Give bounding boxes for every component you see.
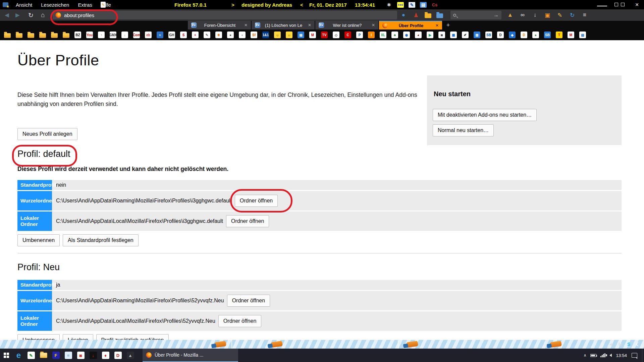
folder-blue-icon[interactable] <box>436 13 443 18</box>
camera-icon[interactable]: ◙ <box>438 32 445 38</box>
sb-blue-icon[interactable]: SB <box>544 32 551 38</box>
bookmark-folder-icon[interactable] <box>28 33 34 38</box>
tv-red-icon[interactable]: TV <box>321 32 328 38</box>
notes-icon[interactable]: ✎ <box>556 11 564 19</box>
person-red-icon[interactable]: ♟ <box>412 11 420 19</box>
skype-icon[interactable]: S <box>627 342 630 347</box>
pencil-icon[interactable]: ✐ <box>462 32 469 38</box>
gmx-icon[interactable]: GMX <box>110 32 116 38</box>
umbenennen-button[interactable]: Umbenennen <box>17 234 60 246</box>
tab-foren-übersicht[interactable]: FxForen-Übersicht✕ <box>188 21 251 29</box>
taskbar-clock[interactable]: 13:54 <box>616 353 627 358</box>
volume-icon[interactable] <box>609 354 612 357</box>
down-arrow-icon[interactable]: ↓ <box>121 32 128 38</box>
menu-hilfe[interactable]: Hilfe <box>97 2 115 8</box>
edge-taskbar-button[interactable]: e <box>12 349 25 362</box>
notepad-icon[interactable]: ✎ <box>101 0 106 9</box>
list-blue-icon[interactable]: ▤ <box>579 32 586 38</box>
reload-icon[interactable]: ↻ <box>28 9 34 21</box>
list-blue-icon[interactable]: ▤ <box>420 2 427 8</box>
create-profile-button[interactable]: Neues Profil anlegen <box>17 128 77 140</box>
clock-icon[interactable]: ◔ <box>98 32 105 38</box>
action-center-icon[interactable] <box>632 353 637 358</box>
start-button[interactable] <box>0 349 12 362</box>
flashfxp-taskbar-button[interactable]: F <box>50 349 62 362</box>
menu-lesezeichen[interactable]: Lesezeichen <box>37 2 73 8</box>
tab-über-profile[interactable]: Über Profile✕ <box>379 21 442 29</box>
d-red-taskbar-button[interactable]: D <box>112 349 124 362</box>
d-white-icon[interactable]: D <box>497 32 504 38</box>
bookmark-folder-icon[interactable] <box>4 33 11 38</box>
tab-close-icon[interactable]: ✕ <box>371 22 376 28</box>
close-button[interactable]: ✕ <box>632 2 642 7</box>
smiley-icon[interactable]: ☺ <box>286 32 292 38</box>
bookmark-folder-icon[interactable] <box>51 33 58 38</box>
panel-blue-icon[interactable]: ▥ <box>474 32 480 38</box>
network-icon[interactable] <box>600 353 605 357</box>
sparkasse-icon[interactable]: S <box>180 32 187 38</box>
d-orange-icon[interactable]: D <box>521 32 527 38</box>
trees2-icon[interactable]: ♠ <box>532 32 539 38</box>
ball-red-icon[interactable]: ◕ <box>415 32 422 38</box>
download-icon[interactable]: ↓ <box>531 11 539 19</box>
folder-yellow-icon[interactable] <box>425 13 431 18</box>
colorzilla-icon[interactable]: Cs <box>431 2 438 8</box>
bookmark-folder-icon[interactable] <box>39 33 46 38</box>
explorer-taskbar-button[interactable] <box>37 349 50 362</box>
infinity-glasses-icon[interactable]: ∞ <box>519 11 526 19</box>
tab-wer-ist-online[interactable]: FxWer ist online?✕ <box>315 21 378 29</box>
one-and-one-icon[interactable]: 1&1 <box>262 32 269 38</box>
com-icon[interactable]: Com <box>133 32 140 38</box>
open-folder-button[interactable]: Ordner öffnen <box>218 315 261 327</box>
ebay-icon[interactable]: eb <box>145 32 152 38</box>
tray-expand-icon[interactable]: ∧ <box>584 353 587 358</box>
open-folder-button[interactable]: Ordner öffnen <box>226 215 269 227</box>
url-bar[interactable]: about:profiles <box>53 11 397 19</box>
u-badge-icon[interactable]: U <box>619 342 622 347</box>
tab-1-löschen-von-le[interactable]: Fx(1) Löschen von Le✕ <box>252 21 315 29</box>
sb-icon[interactable]: SB <box>485 32 492 38</box>
hat-icon[interactable]: ▲ <box>506 11 514 19</box>
profil-zusätzlich-ausführen-button[interactable]: Profil zusätzlich ausführen <box>96 334 169 340</box>
menu-extras[interactable]: Extras <box>73 2 97 8</box>
open-folder-button[interactable]: Ordner öffnen <box>235 195 278 207</box>
löschen-button[interactable]: Löschen <box>63 334 93 340</box>
youtube-icon[interactable]: You <box>86 32 93 38</box>
clip-icon[interactable]: ✎ <box>204 32 210 38</box>
url-text[interactable]: about:profiles <box>64 12 94 18</box>
notes-icon[interactable]: ✎ <box>409 2 415 8</box>
hamburger-menu-icon[interactable]: ≡ <box>581 11 588 19</box>
tab-close-icon[interactable]: ✕ <box>307 22 312 28</box>
search-go-icon[interactable]: → <box>493 12 499 18</box>
back-icon[interactable]: ◄ <box>3 9 10 21</box>
screen-blue-icon[interactable]: ▤ <box>298 32 304 38</box>
battery-icon[interactable] <box>590 354 596 357</box>
camera-red-taskbar-button[interactable]: ◙ <box>74 349 87 362</box>
tab-close-icon[interactable]: ✕ <box>434 22 440 28</box>
notes-green-taskbar-button[interactable]: ✎ <box>25 349 37 362</box>
restore-button[interactable] <box>614 2 625 7</box>
smiley-icon[interactable]: ☺ <box>274 32 281 38</box>
open-folder-button[interactable]: Ordner öffnen <box>227 295 270 307</box>
shield-blue-icon[interactable]: ◆ <box>509 32 516 38</box>
show-desktop-button[interactable] <box>642 349 644 362</box>
gear-icon[interactable]: ✱ <box>386 2 392 8</box>
home-icon[interactable]: ⌂ <box>41 9 45 21</box>
diamond-icon[interactable]: ◇ <box>333 32 339 38</box>
pinwheel-icon[interactable]: ❖ <box>215 32 222 38</box>
moon-icon[interactable]: ☾ <box>636 342 640 347</box>
active-task-button[interactable]: Über Profile - Mozilla ... <box>143 349 238 362</box>
als-standardprofil-festlegen-button[interactable]: Als Standardprofil festlegen <box>63 234 139 246</box>
menu-ansicht[interactable]: Ansicht <box>11 2 37 8</box>
minimize-button[interactable] <box>597 2 607 7</box>
umbenennen-button[interactable]: Umbenennen <box>17 334 60 340</box>
tab-close-icon[interactable]: ✕ <box>243 22 249 28</box>
ball-dark-icon[interactable]: ● <box>227 32 234 38</box>
i-orange-icon[interactable]: I <box>368 32 375 38</box>
forward-icon[interactable]: ► <box>14 9 21 21</box>
tripod-taskbar-button[interactable]: ▲ <box>124 349 137 362</box>
new-tab-button[interactable]: + <box>443 21 453 29</box>
bookmark-folder-icon[interactable] <box>63 33 69 38</box>
globe-blue-icon[interactable]: ◉ <box>403 32 410 38</box>
messenger-icon[interactable]: ● <box>400 11 407 19</box>
